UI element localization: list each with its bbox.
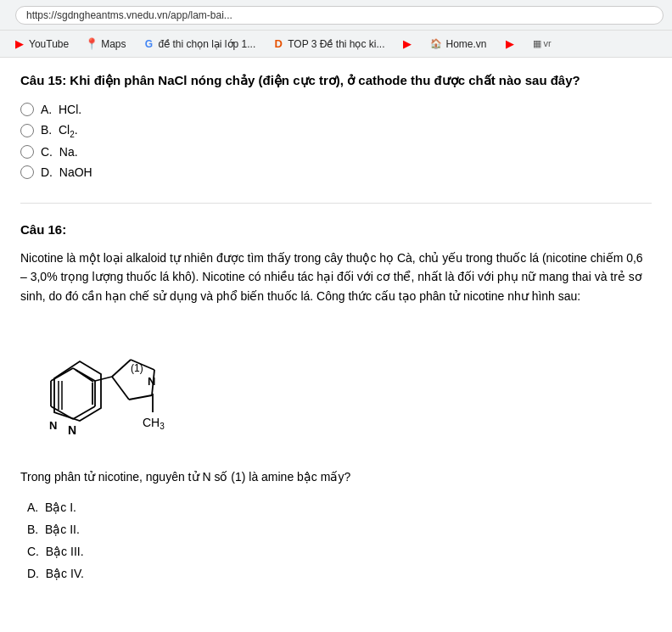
svg-line-18	[129, 395, 152, 400]
nicotine-svg: N	[20, 319, 190, 455]
q16-title: Câu 16:	[20, 221, 652, 240]
maps-pin-icon: 📍	[86, 38, 98, 50]
bookmark-youtube-label: YouTube	[29, 38, 69, 50]
q16-option-c-label: C. Bậc III.	[27, 545, 84, 558]
q15-radio-c[interactable]	[20, 145, 34, 159]
bookmark-maps-label: Maps	[101, 38, 126, 50]
q15-option-c[interactable]: C. Na.	[20, 142, 652, 162]
svg-text:CH3: CH3	[143, 416, 165, 431]
youtube-icon-2: ▶	[401, 38, 413, 50]
browser-bar: https://sgdngheantms.vnedu.vn/app/lam-ba…	[0, 0, 672, 31]
q16-option-b[interactable]: B. Bậc II.	[27, 518, 652, 540]
nicotine-molecule: N	[20, 319, 652, 455]
bookmark-google-exam[interactable]: G đề thi chọn lại lớp 1...	[137, 36, 263, 53]
q15-radio-a[interactable]	[20, 103, 34, 116]
bookmark-maps[interactable]: 📍 Maps	[79, 36, 132, 53]
bookmark-top3[interactable]: D TOP 3 Đề thi học ki...	[266, 36, 391, 53]
bookmark-more[interactable]: ▦ vr	[526, 36, 558, 52]
q15-option-d-label: D. NaOH	[41, 165, 92, 179]
question-15: Câu 15: Khi điện phân NaCl nóng chảy (đi…	[20, 71, 652, 182]
more-icon: ▦ vr	[533, 38, 552, 49]
q16-options: A. Bậc I. B. Bậc II. C. Bậc III. D. Bậc …	[20, 496, 652, 584]
document-icon: D	[272, 38, 284, 50]
svg-line-10	[51, 368, 73, 381]
svg-line-19	[112, 377, 129, 400]
q16-option-d-label: D. Bậc IV.	[27, 567, 84, 580]
svg-text:(1): (1)	[131, 362, 143, 374]
bookmark-yt2[interactable]: ▶	[395, 36, 420, 53]
youtube-icon-3: ▶	[504, 38, 516, 50]
q15-radio-b[interactable]	[20, 124, 34, 137]
q15-radio-d[interactable]	[20, 165, 34, 179]
q15-options: A. HCl. B. Cl2. C. Na. D. NaOH	[20, 99, 652, 183]
pyridine-ring: N	[51, 368, 95, 437]
bookmark-yt3[interactable]: ▶	[497, 36, 523, 53]
q15-option-a-label: A. HCl.	[41, 103, 81, 116]
q16-option-a-label: A. Bậc I.	[27, 501, 76, 514]
q16-body: Nicotine là một loại alkaloid tự nhiên đ…	[20, 249, 652, 305]
url-bar[interactable]: https://sgdngheantms.vnedu.vn/app/lam-ba…	[15, 6, 664, 25]
q15-option-a[interactable]: A. HCl.	[20, 99, 652, 120]
bookmark-homevn-label: Home.vn	[445, 38, 486, 50]
svg-text:N: N	[49, 419, 57, 432]
bookmark-google-exam-label: đề thi chọn lại lớp 1...	[159, 38, 256, 50]
bookmark-top3-label: TOP 3 Đề thi học ki...	[288, 38, 384, 50]
bookmark-homevn[interactable]: 🏠 Home.vn	[423, 36, 493, 53]
q16-sub-question: Trong phân tử nicotine, nguyên tử N số (…	[20, 468, 652, 486]
bookmark-youtube[interactable]: ▶ YouTube	[7, 36, 76, 53]
q15-option-c-label: C. Na.	[41, 145, 78, 159]
q16-option-c[interactable]: C. Bậc III.	[27, 540, 652, 562]
svg-text:N: N	[68, 423, 76, 437]
svg-line-11	[76, 370, 93, 382]
q15-option-b-label: B. Cl2.	[41, 123, 78, 139]
main-content: Câu 15: Khi điện phân NaCl nóng chảy (đi…	[0, 58, 672, 618]
svg-text:N: N	[148, 375, 155, 388]
question-16: Câu 16: Nicotine là một loại alkaloid tự…	[20, 221, 652, 584]
q15-option-b[interactable]: B. Cl2.	[20, 120, 652, 143]
google-icon: G	[143, 38, 155, 50]
bookmarks-bar: ▶ YouTube 📍 Maps G đề thi chọn lại lớp 1…	[0, 31, 672, 58]
q16-option-a[interactable]: A. Bậc I.	[27, 496, 652, 518]
q15-option-d[interactable]: D. NaOH	[20, 162, 652, 182]
svg-line-15	[112, 360, 131, 377]
q15-title: Câu 15: Khi điện phân NaCl nóng chảy (đi…	[20, 71, 652, 91]
q16-option-d[interactable]: D. Bậc IV.	[27, 562, 652, 584]
homevn-icon: 🏠	[430, 38, 442, 50]
q16-option-b-label: B. Bậc II.	[27, 523, 80, 536]
svg-line-14	[95, 377, 112, 381]
youtube-icon: ▶	[14, 38, 25, 50]
divider	[20, 203, 652, 204]
